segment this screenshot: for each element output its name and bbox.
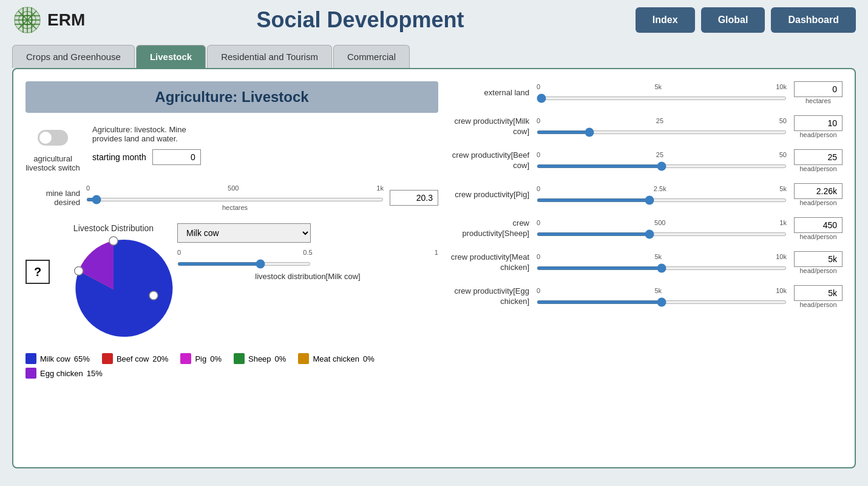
dist-max: 1 xyxy=(435,249,438,256)
legend-eggchicken-pct: 15% xyxy=(87,369,103,378)
distribution-section: Milk cow Beef cow Pig Sheep Meat chicken… xyxy=(177,223,438,281)
right-slider-wrap-3: 0 2.5k 5k xyxy=(537,185,787,204)
tab-commercial[interactable]: Commercial xyxy=(333,45,410,68)
right-slider-row-6: crew productivity[Egg chicken] 0 5k 10k … xyxy=(450,285,843,308)
toggle-label: agricultural livestock switch xyxy=(25,154,80,172)
right-panel: external land 0 5k 10k hectares crew pro… xyxy=(450,81,843,379)
legend-pig-label: Pig xyxy=(195,354,206,363)
right-slider-row-3: crew productivity[Pig] 0 2.5k 5k head/pe… xyxy=(450,183,843,206)
right-min-4: 0 xyxy=(537,219,540,226)
left-panel: Agriculture: Livestock agricultural live… xyxy=(25,81,438,379)
right-slider-input-6[interactable] xyxy=(537,300,787,304)
mine-land-slider[interactable] xyxy=(86,198,384,201)
right-value-input-5[interactable] xyxy=(794,251,843,267)
right-value-input-0[interactable] xyxy=(794,81,843,97)
right-slider-label-5: crew productivity[Meat chicken] xyxy=(450,252,529,273)
mine-land-value-input[interactable] xyxy=(390,190,438,206)
mine-land-slider-row: mine land desired 0 500 1k hectares xyxy=(25,184,438,211)
right-value-input-3[interactable] xyxy=(794,183,843,199)
legend-color-beefcow xyxy=(102,353,113,364)
right-slider-wrap-0: 0 5k 10k xyxy=(537,83,787,103)
right-slider-wrap-5: 0 5k 10k xyxy=(537,253,787,272)
right-slider-input-1[interactable] xyxy=(537,130,787,134)
tab-livestock[interactable]: Livestock xyxy=(136,45,206,68)
header: ERM Social Development Index Global Dash… xyxy=(0,0,868,40)
right-slider-input-3[interactable] xyxy=(537,198,787,202)
right-slider-input-4[interactable] xyxy=(537,232,787,236)
legend-meatchicken-label: Meat chicken xyxy=(313,354,359,363)
right-unit-5: head/person xyxy=(799,267,836,274)
right-max-4: 1k xyxy=(779,219,787,226)
right-mid-3: 2.5k xyxy=(654,185,666,192)
dashboard-button[interactable]: Dashboard xyxy=(771,7,856,33)
legend-eggchicken: Egg chicken 15% xyxy=(25,368,103,379)
right-value-input-2[interactable] xyxy=(794,149,843,165)
right-min-5: 0 xyxy=(537,253,540,260)
right-slider-input-0[interactable] xyxy=(537,96,787,100)
right-mid-1: 25 xyxy=(656,117,663,124)
right-min-1: 0 xyxy=(537,117,540,124)
legend-color-sheep xyxy=(234,353,245,364)
right-mid-2: 25 xyxy=(656,151,663,158)
legend-meatchicken-pct: 0% xyxy=(363,354,375,363)
right-slider-label-3: crew productivity[Pig] xyxy=(450,190,529,200)
right-max-6: 10k xyxy=(776,287,787,294)
tab-bar: Crops and Greenhouse Livestock Residenti… xyxy=(0,40,868,68)
toggle-desc-text: Agriculture: livestock. Mine provides la… xyxy=(92,125,214,143)
right-slider-input-2[interactable] xyxy=(537,164,787,168)
right-mid-0: 5k xyxy=(654,83,662,90)
right-slider-scale-0: 0 5k 10k xyxy=(537,83,787,90)
tab-crops-greenhouse[interactable]: Crops and Greenhouse xyxy=(12,45,135,68)
right-mid-5: 5k xyxy=(654,253,662,260)
toggle-description: Agriculture: livestock. Mine provides la… xyxy=(92,125,214,165)
logo-text: ERM xyxy=(47,10,85,30)
right-slider-row-1: crew productivity[Milk cow] 0 25 50 head… xyxy=(450,115,843,138)
right-min-2: 0 xyxy=(537,151,540,158)
mine-land-scale: 0 500 1k xyxy=(86,184,384,192)
right-max-2: 50 xyxy=(779,151,787,158)
right-slider-wrap-2: 0 25 50 xyxy=(537,151,787,170)
mine-land-mid: 500 xyxy=(228,184,239,192)
right-slider-input-5[interactable] xyxy=(537,266,787,270)
mine-land-unit: hectares xyxy=(86,204,384,211)
mine-land-min: 0 xyxy=(86,184,90,192)
right-unit-0: hectares xyxy=(805,97,831,104)
right-slider-row-0: external land 0 5k 10k hectares xyxy=(450,81,843,104)
livestock-type-dropdown[interactable]: Milk cow Beef cow Pig Sheep Meat chicken… xyxy=(177,223,311,243)
distribution-slider-container: 0 0.5 1 livestock distribution[Milk cow] xyxy=(177,249,438,281)
starting-month-input[interactable] xyxy=(152,149,201,165)
right-value-input-4[interactable] xyxy=(794,217,843,233)
section-title: Agriculture: Livestock xyxy=(25,81,438,113)
legend-color-meatchicken xyxy=(298,353,309,364)
help-button[interactable]: ? xyxy=(25,260,50,284)
legend-milkcow-pct: 65% xyxy=(74,354,90,363)
pie-dot-1 xyxy=(109,237,118,245)
right-value-input-1[interactable] xyxy=(794,115,843,131)
mine-land-label: mine land desired xyxy=(25,189,80,207)
right-unit-1: head/person xyxy=(799,131,836,138)
pie-area: Livestock Distribution xyxy=(62,223,165,341)
right-slider-wrap-1: 0 25 50 xyxy=(537,117,787,137)
tab-residential-tourism[interactable]: Residential and Tourism xyxy=(207,45,332,68)
legend-color-milkcow xyxy=(25,353,36,364)
livestock-toggle[interactable] xyxy=(38,130,68,146)
right-unit-6: head/person xyxy=(799,301,836,308)
right-slider-label-0: external land xyxy=(450,88,529,98)
right-value-input-6[interactable] xyxy=(794,285,843,301)
dist-min: 0 xyxy=(177,249,181,256)
legend-meatchicken: Meat chicken 0% xyxy=(298,353,374,364)
main-content: Agriculture: Livestock agricultural live… xyxy=(12,68,856,468)
legend-milkcow: Milk cow 65% xyxy=(25,353,90,364)
legend-pig: Pig 0% xyxy=(180,353,222,364)
toggle-row: agricultural livestock switch Agricultur… xyxy=(25,125,438,172)
global-button[interactable]: Global xyxy=(701,7,765,33)
distribution-slider[interactable] xyxy=(177,262,311,266)
legend-sheep-label: Sheep xyxy=(248,354,271,363)
right-sliders: external land 0 5k 10k hectares crew pro… xyxy=(450,81,843,308)
right-min-6: 0 xyxy=(537,287,540,294)
index-button[interactable]: Index xyxy=(636,7,695,33)
right-min-3: 0 xyxy=(537,185,540,192)
right-unit-4: head/person xyxy=(799,233,836,240)
right-slider-wrap-4: 0 500 1k xyxy=(537,219,787,238)
right-slider-scale-4: 0 500 1k xyxy=(537,219,787,226)
